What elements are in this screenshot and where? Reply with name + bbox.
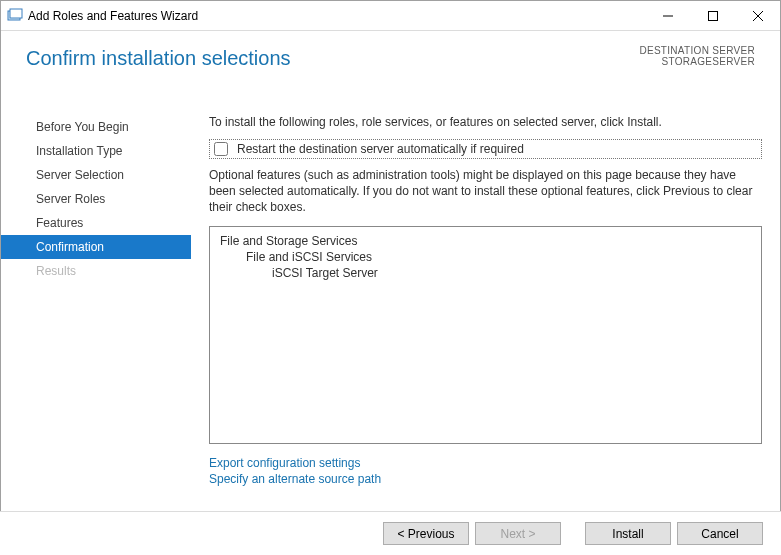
svg-rect-1 [10, 9, 22, 18]
wizard-sidebar: Before You Begin Installation Type Serve… [1, 103, 191, 488]
maximize-button[interactable] [690, 1, 735, 30]
sidebar-item-features[interactable]: Features [1, 211, 191, 235]
next-button: Next > [475, 522, 561, 545]
features-list: File and Storage Services File and iSCSI… [209, 226, 762, 444]
export-config-link[interactable]: Export configuration settings [209, 456, 762, 470]
sidebar-item-confirmation[interactable]: Confirmation [1, 235, 191, 259]
feature-item: File and iSCSI Services [220, 250, 751, 264]
intro-text: To install the following roles, role ser… [209, 115, 762, 129]
sidebar-item-results: Results [1, 259, 191, 283]
wizard-app-icon [7, 8, 23, 24]
minimize-button[interactable] [645, 1, 690, 30]
close-button[interactable] [735, 1, 780, 30]
svg-rect-3 [708, 11, 717, 20]
window-controls [645, 1, 780, 30]
restart-checkbox-label[interactable]: Restart the destination server automatic… [237, 142, 524, 156]
header: Confirm installation selections DESTINAT… [1, 31, 780, 103]
titlebar: Add Roles and Features Wizard [1, 1, 780, 31]
alternate-source-link[interactable]: Specify an alternate source path [209, 472, 762, 486]
optional-features-text: Optional features (such as administratio… [209, 167, 762, 216]
feature-item: File and Storage Services [220, 234, 751, 248]
feature-item: iSCSI Target Server [220, 266, 751, 280]
main-content: To install the following roles, role ser… [191, 103, 762, 488]
sidebar-item-server-roles[interactable]: Server Roles [1, 187, 191, 211]
sidebar-item-before-you-begin[interactable]: Before You Begin [1, 115, 191, 139]
destination-server: STORAGESERVER [639, 56, 755, 67]
restart-checkbox[interactable] [214, 142, 228, 156]
install-button[interactable]: Install [585, 522, 671, 545]
sidebar-item-server-selection[interactable]: Server Selection [1, 163, 191, 187]
destination-label: DESTINATION SERVER [639, 45, 755, 56]
cancel-button[interactable]: Cancel [677, 522, 763, 545]
sidebar-item-installation-type[interactable]: Installation Type [1, 139, 191, 163]
links-row: Export configuration settings Specify an… [209, 456, 762, 486]
footer: < Previous Next > Install Cancel [0, 511, 781, 555]
restart-row: Restart the destination server automatic… [209, 139, 762, 159]
window-title: Add Roles and Features Wizard [28, 9, 645, 23]
destination-box: DESTINATION SERVER STORAGESERVER [639, 45, 755, 67]
previous-button[interactable]: < Previous [383, 522, 469, 545]
